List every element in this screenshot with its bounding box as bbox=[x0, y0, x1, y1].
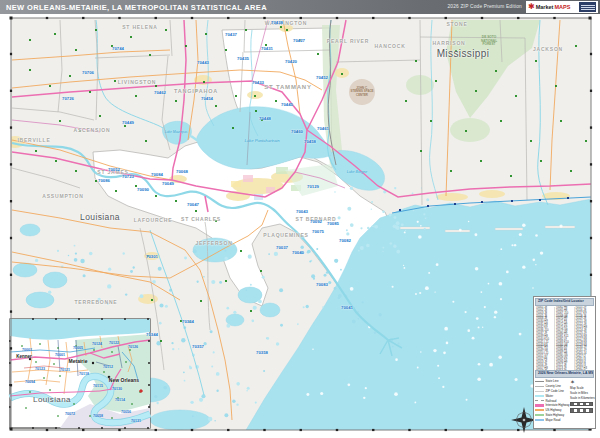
legend-scale-column: ✶ Map ScaleScale in MilesScale in Kilome… bbox=[570, 379, 594, 427]
legend-item-label: ZIP Code Line bbox=[546, 389, 564, 393]
legend-item: Major Road bbox=[535, 417, 568, 422]
inset-map bbox=[9, 318, 150, 429]
stennis-buffer-zone bbox=[349, 79, 375, 105]
legend-swatch bbox=[535, 414, 544, 417]
brand-name-top: Market bbox=[536, 4, 554, 10]
map-poster-page: ST HELENAWASHINGTONLIVINGSTONTANGIPAHOAS… bbox=[0, 0, 600, 438]
legend-item-label: State Line bbox=[546, 379, 559, 383]
legend-swatch bbox=[535, 395, 544, 398]
brand-name-bottom: MAPS bbox=[554, 4, 570, 10]
legend-compass-icon: ✶ bbox=[570, 379, 594, 386]
legend-body: State LineCounty LineZIP Code LineWaterR… bbox=[535, 378, 594, 427]
legend-swatch bbox=[535, 419, 544, 422]
zip-index-title: ZIP Code Index/Grid Locator bbox=[535, 298, 594, 306]
edition-label: 2026 ZIP Code Premium Edition bbox=[447, 4, 522, 9]
zip-index-list: 70001 J870002 J870003 J870005 J870006 J8… bbox=[535, 306, 594, 370]
legend-item-label: State Highway bbox=[546, 413, 565, 417]
brand-logo: ✱ Market MAPS bbox=[526, 1, 598, 13]
page-title: NEW ORLEANS-METAIRIE, LA METROPOLITAN ST… bbox=[0, 3, 267, 12]
legend-item-label: County Line bbox=[546, 384, 561, 388]
legend-swatch bbox=[535, 409, 544, 412]
legend-item-label: Interstate Highway bbox=[546, 403, 570, 407]
legend-item-label: Water bbox=[546, 394, 554, 398]
legend-swatch bbox=[535, 391, 544, 392]
legend-swatch bbox=[535, 386, 544, 387]
scale-bar-kilometers bbox=[570, 408, 593, 413]
legend-swatch bbox=[535, 400, 544, 401]
legend-item-label: Major Road bbox=[546, 418, 561, 422]
legend-swatch bbox=[535, 404, 544, 407]
brand-logo-icon: ✱ bbox=[528, 3, 535, 11]
legend-item-label: US Highway bbox=[546, 408, 562, 412]
map-canvas bbox=[0, 0, 600, 438]
legend-swatch bbox=[535, 381, 544, 382]
legend-map-title: 2026 New Orleans-Metairie, LA MSA Map bbox=[535, 370, 594, 378]
brand-info-box bbox=[579, 2, 596, 12]
legend-key-items: State LineCounty LineZIP Code LineWaterR… bbox=[535, 379, 568, 427]
scale-bar-miles bbox=[570, 402, 593, 407]
scale-row-label: Scale in Kilometers bbox=[570, 395, 594, 400]
title-bar: NEW ORLEANS-METAIRIE, LA METROPOLITAN ST… bbox=[0, 0, 600, 14]
legend-panel: ZIP Code Index/Grid Locator 70001 J87000… bbox=[533, 296, 596, 429]
legend-item-label: Railroad bbox=[546, 399, 557, 403]
